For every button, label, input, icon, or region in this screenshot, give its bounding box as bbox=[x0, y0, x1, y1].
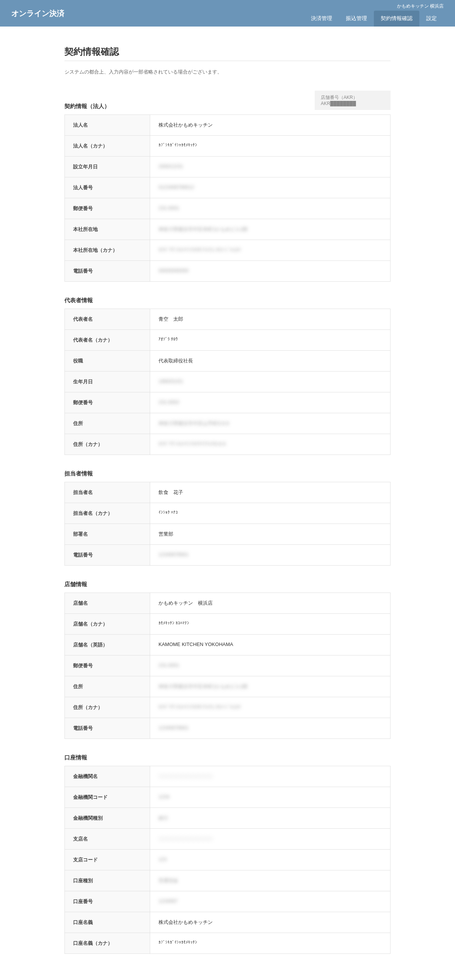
page-description: システムの都合上、入力内容が一部省略されている場合がございます。 bbox=[64, 68, 391, 75]
table-row: 生年月日1980/01/01 bbox=[65, 372, 390, 392]
store-info-table: 店舗名かもめキッチン 横浜店店舗名（カナ）ｶﾓﾒｷｯﾁﾝ ﾖｺﾊﾏﾃﾝ店舗名（英… bbox=[64, 593, 391, 739]
account-row-8-value: ｶﾌﾞｼｷｶﾞｲｼｬｶﾓﾒｷｯﾁﾝ bbox=[150, 933, 390, 953]
nav-item-2[interactable]: 契約情報確認 bbox=[374, 11, 419, 27]
representative-row-6-label: 住所（カナ） bbox=[65, 434, 150, 455]
account-section-title: 口座情報 bbox=[64, 754, 391, 761]
table-row: 担当者名（カナ）ｲﾝｼｮｸ ﾊﾅｺ bbox=[65, 503, 390, 524]
table-row: 金融機関種別銀行 bbox=[65, 808, 390, 829]
table-row: 法人名株式会社かもめキッチン bbox=[65, 115, 390, 136]
store-number-badge: 店舗番号（AKR） AKR████████ bbox=[315, 91, 391, 110]
table-row: 住所（カナ）ｶﾅｶﾞﾜｹﾝﾖｺﾊﾏｼﾅｶｸﾎﾝﾁｮｳ1 ｶﾓﾒ ﾋﾞﾙ1ｶｲ bbox=[65, 697, 390, 718]
contact-row-3-value: 12345678901 bbox=[150, 545, 390, 565]
store-section-title: 店舗情報 bbox=[64, 581, 391, 588]
corporate-row-6-value: ｶﾅｶﾞﾜｹﾝﾖｺﾊﾏｼﾅｶｸﾎﾝﾁｮｳ1 ｶﾓﾒ ﾋﾞﾙ1ｶｲ bbox=[150, 240, 390, 261]
nav-item-3[interactable]: 設定 bbox=[419, 11, 444, 27]
store-number-value: AKR████████ bbox=[321, 101, 385, 106]
store-row-1-label: 店舗名（カナ） bbox=[65, 614, 150, 634]
contact-info-table: 担当者名飲食 花子担当者名（カナ）ｲﾝｼｮｸ ﾊﾅｺ部署名営業部電話番号1234… bbox=[64, 482, 391, 566]
contact-row-2-label: 部署名 bbox=[65, 524, 150, 544]
store-row-4-value: 神奈川県横浜市中区本町1かもめビル1階 bbox=[150, 676, 390, 697]
nav-item-0[interactable]: 決済管理 bbox=[304, 11, 339, 27]
contact-row-2-value: 営業部 bbox=[150, 524, 390, 544]
app-header: オンライン決済 かもめキッチン 横浜店 決済管理振込管理契約情報確認設定 bbox=[0, 0, 455, 27]
header-nav: 決済管理振込管理契約情報確認設定 bbox=[304, 11, 444, 27]
representative-row-4-label: 郵便番号 bbox=[65, 392, 150, 413]
table-row: 金融機関コード1234 bbox=[65, 787, 390, 808]
representative-row-1-label: 代表者名（カナ） bbox=[65, 330, 150, 350]
store-row-0-label: 店舗名 bbox=[65, 593, 150, 613]
representative-row-1-value: ｱｵｿﾞﾗ ﾀﾛｳ bbox=[150, 330, 390, 350]
corporate-row-5-label: 本社所在地 bbox=[65, 219, 150, 240]
app-logo: オンライン決済 bbox=[11, 8, 64, 19]
corporate-row-7-value: 00000000000 bbox=[150, 261, 390, 281]
representative-info-table: 代表者名青空 太郎代表者名（カナ）ｱｵｿﾞﾗ ﾀﾛｳ役職代表取締役社長生年月日1… bbox=[64, 309, 391, 455]
title-divider bbox=[64, 60, 391, 61]
contact-row-3-label: 電話番号 bbox=[65, 545, 150, 565]
corporate-row-5-value: 神奈川県横浜市中区本町1かもめビル1階 bbox=[150, 219, 390, 240]
table-row: 電話番号12345678901 bbox=[65, 718, 390, 738]
store-row-6-value: 12345678901 bbox=[150, 718, 390, 738]
table-row: 郵便番号231-0002 bbox=[65, 392, 390, 413]
contact-section-title: 担当者情報 bbox=[64, 470, 391, 477]
table-row: 代表者名（カナ）ｱｵｿﾞﾗ ﾀﾛｳ bbox=[65, 330, 390, 351]
representative-row-3-value: 1980/01/01 bbox=[150, 372, 390, 392]
page-title: 契約情報確認 bbox=[64, 46, 391, 57]
representative-row-5-value: 神奈川県横浜市中区山手町0-0-0 bbox=[150, 413, 390, 434]
store-row-1-value: ｶﾓﾒｷｯﾁﾝ ﾖｺﾊﾏﾃﾝ bbox=[150, 614, 390, 634]
representative-row-6-value: ｶﾅｶﾞﾜｹﾝﾖｺﾊﾏｼﾅｶｸﾔﾏﾃﾁｮｳ0-0-0 bbox=[150, 434, 390, 455]
account-row-3-value: 〇〇〇〇〇〇〇〇〇〇〇 bbox=[150, 829, 390, 849]
table-row: 住所（カナ）ｶﾅｶﾞﾜｹﾝﾖｺﾊﾏｼﾅｶｸﾔﾏﾃﾁｮｳ0-0-0 bbox=[65, 434, 390, 455]
account-row-0-label: 金融機関名 bbox=[65, 766, 150, 787]
store-row-3-label: 郵便番号 bbox=[65, 655, 150, 676]
account-info-table: 金融機関名〇〇〇〇〇〇〇〇〇〇〇金融機関コード1234金融機関種別銀行支店名〇〇… bbox=[64, 766, 391, 954]
table-row: 住所神奈川県横浜市中区山手町0-0-0 bbox=[65, 413, 390, 434]
corporate-row-3-value: 0123456789012 bbox=[150, 177, 390, 198]
representative-row-0-label: 代表者名 bbox=[65, 309, 150, 329]
store-number-label: 店舗番号（AKR） bbox=[321, 94, 385, 101]
store-row-5-label: 住所（カナ） bbox=[65, 697, 150, 718]
account-row-7-value: 株式会社かもめキッチン bbox=[150, 912, 390, 932]
representative-section-title: 代表者情報 bbox=[64, 297, 391, 304]
table-row: 電話番号12345678901 bbox=[65, 545, 390, 565]
account-row-3-label: 支店名 bbox=[65, 829, 150, 849]
account-row-5-value: 普通預金 bbox=[150, 870, 390, 891]
table-row: 代表者名青空 太郎 bbox=[65, 309, 390, 330]
table-row: 口座番号1234567 bbox=[65, 891, 390, 912]
table-row: 口座名義（カナ）ｶﾌﾞｼｷｶﾞｲｼｬｶﾓﾒｷｯﾁﾝ bbox=[65, 933, 390, 953]
nav-item-1[interactable]: 振込管理 bbox=[339, 11, 374, 27]
table-row: 電話番号00000000000 bbox=[65, 261, 390, 281]
table-row: 店舗名かもめキッチン 横浜店 bbox=[65, 593, 390, 614]
table-row: 支店コード123 bbox=[65, 850, 390, 870]
account-row-2-value: 銀行 bbox=[150, 808, 390, 828]
store-row-3-value: 231-0001 bbox=[150, 655, 390, 676]
account-row-4-label: 支店コード bbox=[65, 850, 150, 870]
account-row-2-label: 金融機関種別 bbox=[65, 808, 150, 828]
corporate-section-header-row: 契約情報（法人） 店舗番号（AKR） AKR████████ bbox=[64, 91, 391, 110]
account-row-8-label: 口座名義（カナ） bbox=[65, 933, 150, 953]
corporate-row-2-value: 2000/12/31 bbox=[150, 157, 390, 177]
contact-row-1-value: ｲﾝｼｮｸ ﾊﾅｺ bbox=[150, 503, 390, 523]
corporate-row-3-label: 法人番号 bbox=[65, 177, 150, 198]
table-row: 店舗名（カナ）ｶﾓﾒｷｯﾁﾝ ﾖｺﾊﾏﾃﾝ bbox=[65, 614, 390, 635]
account-row-1-label: 金融機関コード bbox=[65, 787, 150, 808]
table-row: 住所神奈川県横浜市中区本町1かもめビル1階 bbox=[65, 676, 390, 697]
account-row-7-label: 口座名義 bbox=[65, 912, 150, 932]
account-row-4-value: 123 bbox=[150, 850, 390, 870]
table-row: 金融機関名〇〇〇〇〇〇〇〇〇〇〇 bbox=[65, 766, 390, 787]
corporate-row-4-value: 231-0001 bbox=[150, 198, 390, 219]
account-row-0-value: 〇〇〇〇〇〇〇〇〇〇〇 bbox=[150, 766, 390, 787]
corporate-row-4-label: 郵便番号 bbox=[65, 198, 150, 219]
representative-row-2-value: 代表取締役社長 bbox=[150, 351, 390, 371]
store-row-2-label: 店舗名（英語） bbox=[65, 635, 150, 655]
account-row-6-value: 1234567 bbox=[150, 891, 390, 912]
account-row-6-label: 口座番号 bbox=[65, 891, 150, 912]
main-container: 契約情報確認 システムの都合上、入力内容が一部省略されている場合がございます。 … bbox=[57, 27, 398, 980]
table-row: 役職代表取締役社長 bbox=[65, 351, 390, 372]
table-row: 法人名（カナ）ｶﾌﾞｼｷｶﾞｲｼｬｶﾓﾒｷｯﾁﾝ bbox=[65, 136, 390, 157]
representative-row-4-value: 231-0002 bbox=[150, 392, 390, 413]
contact-row-0-value: 飲食 花子 bbox=[150, 482, 390, 503]
corporate-section-title: 契約情報（法人） bbox=[64, 103, 110, 110]
table-row: 郵便番号231-0001 bbox=[65, 198, 390, 219]
header-store-name: かもめキッチン 横浜店 bbox=[397, 3, 444, 10]
corporate-row-0-value: 株式会社かもめキッチン bbox=[150, 115, 390, 135]
